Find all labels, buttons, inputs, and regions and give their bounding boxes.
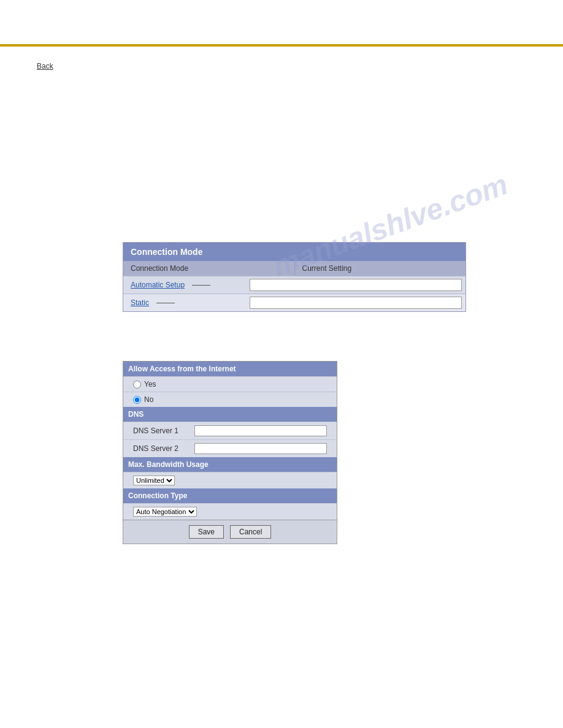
dns-server-2-label: DNS Server 2 <box>133 444 194 453</box>
form-footer: Save Cancel <box>123 520 337 544</box>
static-input-wrapper <box>246 294 465 311</box>
access-form-section: Allow Access from the Internet Yes No DN… <box>123 361 337 544</box>
static-link[interactable]: Static <box>131 298 149 307</box>
dash-line <box>192 285 210 286</box>
bandwidth-header: Max. Bandwidth Usage <box>123 457 337 472</box>
dns-server-1-input[interactable] <box>194 425 327 436</box>
allow-access-yes-row: Yes <box>123 376 337 392</box>
connection-type-select[interactable]: Auto Negotiation <box>133 507 197 517</box>
connection-mode-column-headers: Connection Mode Current Setting <box>123 261 465 276</box>
connection-mode-title: Connection Mode <box>123 243 465 261</box>
access-form-block: Allow Access from the Internet Yes No DN… <box>123 361 337 544</box>
back-link[interactable]: Back <box>37 62 53 70</box>
connection-mode-table: Connection Mode Connection Mode Current … <box>123 242 466 312</box>
automatic-setup-input[interactable] <box>250 279 462 291</box>
bandwidth-select[interactable]: Unlimited <box>133 476 175 485</box>
col-connection-mode: Connection Mode <box>123 261 295 276</box>
allow-access-header: Allow Access from the Internet <box>123 362 337 376</box>
dash-line-static <box>156 303 175 303</box>
dns-server-2-row: DNS Server 2 <box>123 439 337 457</box>
connection-mode-section: Connection Mode Connection Mode Current … <box>123 242 514 312</box>
static-input[interactable] <box>250 297 462 309</box>
bandwidth-row: Unlimited <box>123 472 337 488</box>
table-row: Static <box>123 294 465 311</box>
automatic-setup-input-wrapper <box>246 276 465 294</box>
table-row: Automatic Setup <box>123 276 465 294</box>
row-label-static: Static <box>123 295 246 311</box>
allow-access-no-label: No <box>144 395 153 404</box>
allow-access-no-radio[interactable] <box>133 396 141 404</box>
connection-type-row: Auto Negotiation <box>123 503 337 520</box>
automatic-setup-link[interactable]: Automatic Setup <box>131 281 185 289</box>
dns-server-2-input[interactable] <box>194 443 327 454</box>
col-current-setting: Current Setting <box>295 261 466 276</box>
connection-type-header: Connection Type <box>123 488 337 503</box>
dns-server-1-label: DNS Server 1 <box>133 427 194 435</box>
save-button[interactable]: Save <box>189 525 224 539</box>
cancel-button[interactable]: Cancel <box>230 525 271 539</box>
allow-access-yes-radio[interactable] <box>133 381 141 389</box>
allow-access-no-row: No <box>123 392 337 407</box>
dns-header: DNS <box>123 407 337 422</box>
dns-server-1-row: DNS Server 1 <box>123 422 337 439</box>
top-bar <box>0 44 563 47</box>
row-label-automatic: Automatic Setup <box>123 277 246 293</box>
allow-access-yes-label: Yes <box>144 380 156 389</box>
